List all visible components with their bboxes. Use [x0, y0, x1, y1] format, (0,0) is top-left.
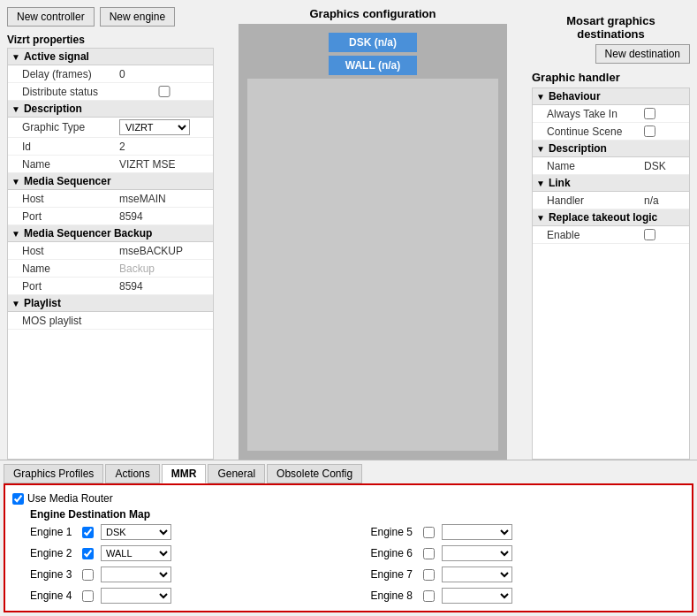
- group-ms-backup-label: Media Sequencer Backup: [24, 227, 152, 240]
- engine-2-select[interactable]: WALLDSK: [101, 545, 171, 561]
- prop-label-mos: MOS playlist: [22, 315, 119, 327]
- engine-2-row: Engine 2 WALLDSK: [30, 545, 345, 561]
- engine-1-label: Engine 1: [30, 526, 79, 538]
- prop-label-graphic-type: Graphic Type: [22, 121, 119, 133]
- left-panel: New controller New engine Vizrt properti…: [0, 0, 221, 460]
- engine-3-checkbox[interactable]: [82, 569, 94, 581]
- engine-7-checkbox[interactable]: [423, 569, 435, 581]
- prop-label-ms-host: Host: [22, 193, 119, 205]
- use-media-router-row: Use Media Router: [12, 492, 685, 505]
- new-destination-button[interactable]: New destination: [595, 44, 690, 64]
- group-ms-backup[interactable]: ▼ Media Sequencer Backup: [8, 225, 213, 242]
- mosart-properties-panel: ▼ Behaviour Always Take In Continue Scen…: [532, 87, 690, 460]
- graphic-handler-title: Graphic handler: [525, 67, 697, 87]
- dsk-button[interactable]: DSK (n/a): [329, 33, 417, 52]
- expand-icon-behaviour: ▼: [536, 92, 545, 102]
- engine-4-checkbox[interactable]: [82, 590, 94, 602]
- prop-label-msb-port: Port: [22, 280, 119, 293]
- prop-select-graphic-type[interactable]: VIZRT: [119, 119, 190, 135]
- engine-5-select[interactable]: DSKWALL: [442, 524, 512, 540]
- group-behaviour[interactable]: ▼ Behaviour: [533, 88, 689, 105]
- prop-ms-host: Host mseMAIN: [8, 190, 213, 208]
- prop-label-name: Name: [22, 158, 119, 171]
- engine-3-row: Engine 3 DSKWALL: [30, 567, 345, 582]
- prop-distribute-status: Distribute status: [8, 83, 213, 101]
- group-description[interactable]: ▼ Description: [8, 101, 213, 118]
- prop-name: Name VIZRT MSE: [8, 156, 213, 173]
- use-media-router-label: Use Media Router: [27, 492, 113, 505]
- expand-icon-r-description: ▼: [536, 144, 545, 154]
- tab-graphics-profiles[interactable]: Graphics Profiles: [4, 464, 103, 483]
- tab-general[interactable]: General: [208, 464, 265, 483]
- group-behaviour-label: Behaviour: [549, 90, 601, 103]
- engine-1-select[interactable]: DSKWALL: [101, 524, 171, 540]
- group-media-sequencer-label: Media Sequencer: [24, 175, 111, 187]
- group-replace-takeout[interactable]: ▼ Replace takeout logic: [533, 209, 689, 226]
- engine-4-select[interactable]: DSKWALL: [101, 588, 171, 604]
- new-controller-button[interactable]: New controller: [7, 7, 95, 27]
- prop-msb-name: Name Backup: [8, 260, 213, 278]
- group-playlist-label: Playlist: [24, 297, 61, 309]
- right-top-buttons: Mosart graphics destinations: [525, 0, 697, 44]
- prop-label-enable: Enable: [547, 229, 644, 241]
- engine-3-select[interactable]: DSKWALL: [101, 567, 171, 582]
- group-link[interactable]: ▼ Link: [533, 175, 689, 192]
- prop-graphic-type: Graphic Type VIZRT: [8, 118, 213, 138]
- prop-checkbox-continue[interactable]: [644, 125, 655, 137]
- engine-7-row: Engine 7 DSKWALL: [371, 567, 686, 582]
- engine-5-checkbox[interactable]: [423, 527, 435, 538]
- main-container: New controller New engine Vizrt properti…: [0, 0, 697, 616]
- tab-mmr[interactable]: MMR: [162, 464, 207, 483]
- prop-checkbox-always-take[interactable]: [644, 108, 655, 119]
- group-r-description[interactable]: ▼ Description: [533, 141, 689, 157]
- prop-r-name: Name DSK: [533, 157, 689, 175]
- group-playlist[interactable]: ▼ Playlist: [8, 295, 213, 312]
- prop-label-msb-name: Name: [22, 262, 119, 275]
- group-active-signal[interactable]: ▼ Active signal: [8, 49, 213, 65]
- group-media-sequencer[interactable]: ▼ Media Sequencer: [8, 173, 213, 190]
- prop-label-handler: Handler: [547, 194, 644, 207]
- engine-5-row: Engine 5 DSKWALL: [371, 524, 686, 540]
- prop-msb-host: Host mseBACKUP: [8, 242, 213, 260]
- engine-6-select[interactable]: DSKWALL: [442, 545, 512, 561]
- expand-icon-ms-backup: ▼: [11, 229, 20, 239]
- prop-delay-frames: Delay (frames) 0: [8, 65, 213, 83]
- new-engine-button[interactable]: New engine: [100, 7, 175, 27]
- vizrt-properties-panel: ▼ Active signal Delay (frames) 0 Distrib…: [7, 48, 214, 460]
- prop-label-id: Id: [22, 141, 119, 153]
- engine-8-select[interactable]: DSKWALL: [442, 588, 512, 604]
- prop-checkbox-distribute[interactable]: [119, 86, 209, 97]
- engine-7-label: Engine 7: [371, 568, 420, 581]
- group-r-description-label: Description: [549, 142, 607, 155]
- prop-enable: Enable: [533, 226, 689, 244]
- use-media-router-checkbox[interactable]: [12, 493, 24, 505]
- tab-actions[interactable]: Actions: [105, 464, 159, 483]
- group-active-signal-label: Active signal: [24, 50, 89, 63]
- prop-label-distribute: Distribute status: [22, 86, 119, 98]
- prop-value-ms-host: mseMAIN: [119, 193, 209, 205]
- engine-1-checkbox[interactable]: [82, 527, 94, 538]
- engine-6-checkbox[interactable]: [423, 548, 435, 559]
- engine-dest-map-label: Engine Destination Map: [30, 508, 685, 521]
- engine-8-row: Engine 8 DSKWALL: [371, 588, 686, 604]
- tab-obsolete-config[interactable]: Obsolete Config: [267, 464, 362, 483]
- mosart-title-right: Mosart graphics destinations: [532, 7, 690, 41]
- engine-7-select[interactable]: DSKWALL: [442, 567, 512, 582]
- engine-8-checkbox[interactable]: [423, 590, 435, 602]
- engine-2-checkbox[interactable]: [82, 548, 94, 559]
- expand-icon-replace: ▼: [536, 213, 545, 223]
- prop-handler: Handler n/a: [533, 192, 689, 209]
- prop-value-delay: 0: [119, 68, 209, 80]
- wall-button[interactable]: WALL (n/a): [329, 56, 417, 75]
- prop-label-delay: Delay (frames): [22, 68, 119, 80]
- prop-value-name: VIZRT MSE: [119, 158, 209, 171]
- prop-label-always-take: Always Take In: [547, 108, 644, 120]
- engine-3-label: Engine 3: [30, 568, 79, 581]
- right-panel: Mosart graphics destinations New destina…: [525, 0, 697, 460]
- expand-icon-playlist: ▼: [11, 299, 20, 308]
- prop-continue-scene: Continue Scene: [533, 123, 689, 141]
- prop-ms-port: Port 8594: [8, 208, 213, 225]
- middle-grey-area: [247, 79, 498, 451]
- prop-value-msb-port: 8594: [119, 280, 209, 293]
- prop-checkbox-enable[interactable]: [644, 229, 655, 240]
